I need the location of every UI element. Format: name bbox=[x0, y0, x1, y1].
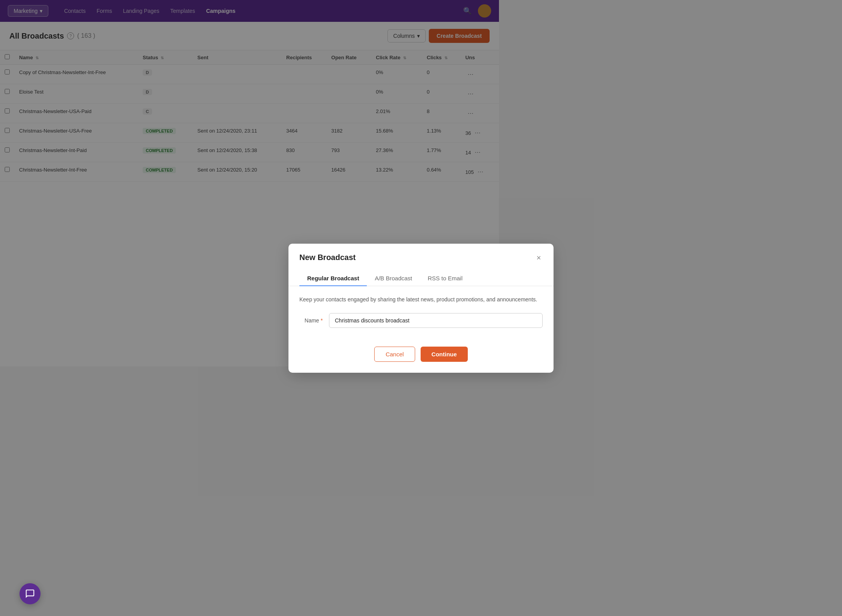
tab-regular-broadcast[interactable]: Regular Broadcast bbox=[299, 271, 367, 286]
tab-rss-to-email[interactable]: RSS to Email bbox=[420, 271, 470, 286]
modal-description: Keep your contacts engaged by sharing th… bbox=[299, 296, 499, 304]
new-broadcast-modal: New Broadcast × Regular Broadcast A/B Br… bbox=[288, 244, 499, 367]
name-label: Name * bbox=[299, 317, 323, 324]
cancel-button[interactable]: Cancel bbox=[374, 347, 415, 362]
name-label-text: Name bbox=[304, 317, 319, 324]
tab-ab-broadcast[interactable]: A/B Broadcast bbox=[367, 271, 420, 286]
modal-tabs: Regular Broadcast A/B Broadcast RSS to E… bbox=[288, 263, 499, 286]
modal-footer: Cancel Continue bbox=[288, 347, 499, 367]
modal-body: Keep your contacts engaged by sharing th… bbox=[288, 286, 499, 347]
modal-title: New Broadcast bbox=[299, 253, 356, 262]
modal-header: New Broadcast × bbox=[288, 244, 499, 263]
broadcast-name-input[interactable] bbox=[329, 313, 499, 328]
name-form-row: Name * bbox=[299, 313, 499, 328]
modal-overlay[interactable]: New Broadcast × Regular Broadcast A/B Br… bbox=[0, 0, 499, 366]
continue-button[interactable]: Continue bbox=[421, 347, 468, 362]
required-star: * bbox=[321, 317, 323, 324]
